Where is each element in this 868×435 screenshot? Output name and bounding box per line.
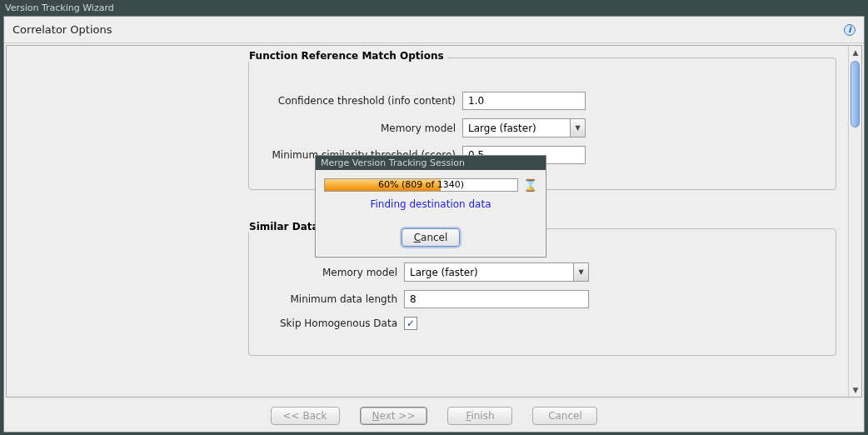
confidence-threshold-label: Confidence threshold (info content) — [266, 95, 462, 107]
finish-button[interactable]: Finish — [447, 407, 512, 425]
memory-model-label-2: Memory model — [266, 267, 404, 278]
next-button-mn: N — [372, 410, 380, 422]
min-data-length-input[interactable] — [404, 290, 589, 308]
progress-dialog: Merge Version Tracking Session 60% (809 … — [315, 155, 546, 258]
wizard-button-row: << Back Next >> Finish Cancel — [4, 399, 864, 432]
chevron-down-icon: ▼ — [570, 119, 585, 137]
back-button-label: << Back — [283, 410, 327, 422]
hourglass-icon: ⌛ — [523, 178, 537, 192]
progress-bar: 60% (809 of 1340) — [324, 178, 518, 192]
progress-status: Finding destination data — [324, 198, 537, 210]
scroll-thumb[interactable] — [851, 61, 860, 128]
group-function-reference-legend: Function Reference Match Options — [246, 50, 447, 62]
memory-model-select-2[interactable]: Large (faster) ▼ — [404, 262, 589, 282]
memory-model-value-1: Large (faster) — [463, 122, 570, 134]
cancel-button[interactable]: Cancel — [532, 407, 597, 425]
next-button[interactable]: Next >> — [360, 407, 428, 425]
info-icon[interactable]: i — [844, 24, 856, 36]
skip-homogenous-checkbox[interactable]: ✓ — [404, 317, 417, 330]
wizard-header: Correlator Options i — [4, 17, 864, 43]
min-data-length-label: Minimum data length — [266, 293, 404, 305]
window-title: Version Tracking Wizard — [0, 0, 868, 16]
memory-model-select-1[interactable]: Large (faster) ▼ — [462, 118, 586, 138]
finish-button-label: inish — [471, 410, 494, 422]
progress-dialog-title: Merge Version Tracking Session — [316, 156, 546, 170]
memory-model-value-2: Large (faster) — [405, 267, 573, 278]
scroll-up-icon[interactable]: ▲ — [849, 46, 862, 59]
back-button[interactable]: << Back — [271, 407, 340, 425]
progress-cancel-label: ancel — [421, 232, 447, 243]
progress-dialog-body: 60% (809 of 1340) ⌛ Finding destination … — [316, 170, 546, 257]
confidence-threshold-input[interactable] — [462, 92, 586, 110]
progress-text: 60% (809 of 1340) — [325, 179, 517, 191]
chevron-down-icon: ▼ — [573, 263, 588, 281]
progress-cancel-mn: C — [414, 232, 421, 243]
progress-cancel-button[interactable]: Cancel — [402, 228, 461, 247]
scrollbar[interactable]: ▲ ▼ — [848, 46, 861, 397]
scroll-down-icon[interactable]: ▼ — [849, 383, 862, 397]
skip-homogenous-label: Skip Homogenous Data — [266, 318, 404, 329]
cancel-button-label: Cancel — [548, 410, 582, 422]
memory-model-label-1: Memory model — [266, 122, 462, 134]
page-title: Correlator Options — [12, 23, 112, 36]
next-button-label: ext >> — [380, 410, 416, 422]
